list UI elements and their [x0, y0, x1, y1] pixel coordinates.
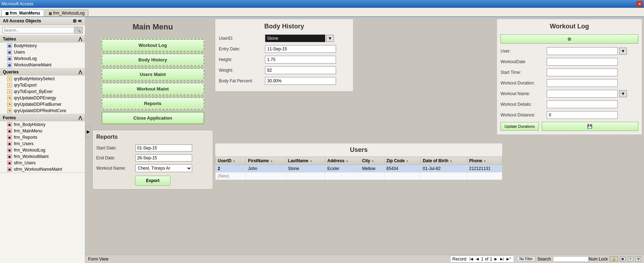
close-application-button[interactable]: Close Application [102, 112, 204, 124]
new-record-button[interactable]: ⊞ [500, 34, 638, 44]
view-icon-2[interactable]: ≡ [628, 257, 633, 262]
save-button[interactable]: 💾 [542, 122, 638, 131]
users-panel: Users UserID ▼ FirstName ▼ [215, 143, 503, 180]
next-record-button[interactable]: ▶ [494, 257, 498, 261]
workoutdistance-input[interactable] [547, 111, 618, 119]
col-header-userid[interactable]: UserID ▼ [216, 157, 246, 165]
col-header-zipcode[interactable]: Zip Code ▼ [384, 157, 421, 165]
sort-icon: ▼ [270, 160, 273, 163]
sidebar-item-workoutnamemaint[interactable]: ▦ WorkoutNameMaint [0, 62, 85, 68]
sidebar-tables-header[interactable]: Tables ⋀ [0, 35, 85, 43]
sidebar-item-qryupdateddpredhotcore[interactable]: ✎ qryUpdateDDPRedHotCore [0, 108, 85, 114]
starttime-input[interactable] [547, 69, 618, 76]
workout-name-select[interactable]: Chest, Triceps Ar [135, 164, 192, 172]
sidebar-item-frm-workoutlog[interactable]: ▣ frm_WorkoutLog [0, 147, 85, 153]
sidebar-expand-arrow[interactable]: ▶ [85, 126, 91, 137]
tab-frm-mainmenu[interactable]: ▦ frm_MainMenu [1, 10, 44, 16]
sidebar-item-qryupdateddpenergy[interactable]: ✎ qryUpdateDDPEnergy [0, 95, 85, 101]
sidebar-item-sfrm-workoutnamemaint[interactable]: ▣ sfrm_WorkoutNameMaint [0, 166, 85, 172]
sidebar-queries-header[interactable]: Queries ⋀ [0, 69, 85, 76]
cell-city: Mellow [360, 165, 384, 172]
user-dropdown[interactable]: ▼ [619, 48, 627, 55]
sidebar-section-forms: Forms ⋀ ▣ frm_BodyHistory ▣ frm_MainMenu… [0, 114, 85, 173]
query-icon: ✎ [7, 108, 12, 113]
weight-input[interactable] [265, 66, 336, 74]
sidebar-search-area: 🔍 [0, 25, 85, 35]
col-header-firstname[interactable]: FirstName ▼ [246, 157, 286, 165]
sort-icon: ▼ [372, 160, 374, 163]
col-header-city[interactable]: City ▼ [360, 157, 384, 165]
users-maint-button[interactable]: Users Maint [102, 68, 204, 81]
col-header-dateofbirth[interactable]: Date of Birth ▼ [421, 157, 467, 165]
save-icon: 💾 [587, 124, 592, 129]
search-field[interactable] [553, 256, 589, 262]
record-current: 1 [481, 257, 483, 262]
user-row: User: ▼ [500, 47, 638, 55]
first-record-button[interactable]: |◀ [469, 257, 474, 261]
col-header-lastname[interactable]: LastName ▼ [286, 157, 325, 165]
user-label: User: [500, 49, 547, 54]
view-icon-1[interactable]: ▦ [620, 257, 626, 262]
workoutname-label: Workout Name: [500, 91, 547, 96]
entry-date-input[interactable] [265, 45, 336, 53]
workoutdetails-input[interactable] [547, 100, 618, 108]
workoutdistance-label: Workout Distance: [500, 113, 547, 117]
user-input[interactable] [547, 47, 618, 55]
col-header-address[interactable]: Address ▼ [325, 157, 360, 165]
sidebar-item-frm-users[interactable]: ▣ frm_Users [0, 141, 85, 147]
entry-date-label: Entry Date: [219, 46, 265, 51]
workout-maint-button[interactable]: Workout Maint [102, 83, 204, 95]
table-row-new[interactable]: (New) [216, 172, 502, 180]
update-durations-button[interactable]: Update Durations [500, 122, 539, 131]
sidebar-item-qrytoexport-byexer[interactable]: ! qryToExport_ByExer [0, 88, 85, 95]
prev-record-button[interactable]: ◀ [475, 257, 480, 261]
sidebar-item-frm-mainmenu[interactable]: ▣ frm_MainMenu [0, 128, 85, 134]
search-button[interactable]: 🔍 [74, 27, 83, 34]
sidebar-item-users[interactable]: ▦ Users [0, 49, 85, 55]
workoutdate-input[interactable] [547, 58, 618, 66]
end-date-label: End Date: [96, 155, 135, 160]
close-button[interactable]: ✕ [636, 1, 643, 7]
sidebar-forms-header[interactable]: Forms ⋀ [0, 114, 85, 121]
sidebar-item-frm-workoutmaint[interactable]: ▣ frm_WorkoutMaint [0, 153, 85, 160]
no-filter-button[interactable]: No Filter [517, 256, 535, 262]
userid-input[interactable] [265, 34, 325, 42]
new-record-nav-button[interactable]: ▶* [506, 257, 512, 261]
workoutduration-input[interactable] [547, 79, 618, 87]
sidebar-item-sfrm-users[interactable]: ▣ sfrm_Users [0, 160, 85, 166]
body-fat-input[interactable] [265, 77, 336, 85]
sidebar-item-qrytoexport[interactable]: ! qryToExport [0, 82, 85, 88]
record-total: 1 [490, 257, 492, 262]
sort-icon: ▼ [450, 160, 453, 163]
height-input[interactable] [265, 56, 336, 64]
body-fat-label: Body Fat Percent: [219, 78, 265, 83]
start-date-input[interactable] [135, 144, 192, 152]
workoutname-input[interactable] [547, 90, 618, 98]
sidebar-item-frm-bodyhistory[interactable]: ▣ frm_BodyHistory [0, 121, 85, 128]
sidebar-item-frm-reports[interactable]: ▣ frm_Reports [0, 134, 85, 141]
sidebar-item-workoutlog[interactable]: ▦ WorkoutLog [0, 55, 85, 62]
sidebar-item-qryupdateddpfatburner[interactable]: ✎ qryUpdateDDPFatBurner [0, 101, 85, 108]
tab-frm-workoutlog[interactable]: ▦ frm_WorkoutLog [45, 10, 88, 16]
table-row[interactable]: 2 John Stone Ecxter [216, 165, 502, 172]
userid-dropdown[interactable]: ▼ [326, 35, 334, 42]
export-button[interactable]: Export [135, 176, 171, 186]
end-date-input[interactable] [135, 154, 192, 161]
update-dur-row: Update Durations 💾 [500, 122, 638, 131]
main-layout: All Access Objects ⊞ ≪ 🔍 Tables ⋀ ▦ Body… [0, 17, 644, 263]
cell-new: (New) [216, 172, 246, 180]
sidebar-item-qrybodyhistoryselect[interactable]: ! qryBodyHistorySelect [0, 76, 85, 82]
sidebar-item-bodyhistory[interactable]: ▦ BodyHistory [0, 43, 85, 49]
body-history-button[interactable]: Body History [102, 54, 204, 66]
col-header-phone[interactable]: Phone ▼ [467, 157, 502, 165]
last-record-button[interactable]: ▶| [499, 257, 505, 261]
search-input[interactable] [2, 27, 74, 33]
view-icon-3[interactable]: ⊞ [635, 257, 641, 262]
workoutname-dropdown[interactable]: ▼ [619, 90, 627, 97]
num-lock-button[interactable]: 🔒 [610, 256, 618, 262]
sidebar-section-queries: Queries ⋀ ! qryBodyHistorySelect ! qryTo… [0, 69, 85, 114]
sort-icon: ▼ [233, 160, 236, 163]
workout-log-button[interactable]: Workout Log [102, 39, 204, 51]
reports-button[interactable]: Reports [102, 97, 204, 110]
workoutdate-label: WorkoutDate [500, 59, 547, 64]
